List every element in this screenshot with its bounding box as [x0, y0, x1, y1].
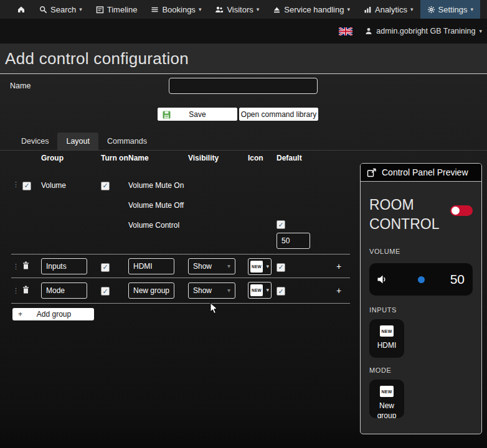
volume-group-checkbox[interactable]: ✓	[22, 182, 31, 190]
check-icon: ✓	[278, 264, 283, 271]
tab-bar: Devices Layout Commands	[0, 133, 487, 151]
preview-mode-button[interactable]: NEW New group	[369, 380, 404, 418]
uk-flag-icon[interactable]	[339, 27, 352, 35]
chevron-down-icon: ▾	[199, 7, 202, 12]
delete-row-button[interactable]	[22, 285, 29, 296]
save-button-label: Save	[189, 110, 206, 119]
chevron-down-icon: ▾	[479, 29, 482, 34]
new-badge-icon: NEW	[380, 386, 394, 397]
nav-visitors-label: Visitors	[227, 5, 253, 14]
drag-handle-icon[interactable]: ⋮	[12, 263, 22, 270]
eject-icon	[273, 6, 281, 14]
nav-settings[interactable]: Settings ▾	[420, 0, 481, 19]
nav-service-handling-label: Service handling	[284, 5, 344, 14]
nav-timeline[interactable]: Timeline	[89, 0, 144, 19]
default-checkbox[interactable]: ✓	[277, 263, 285, 272]
chevron-down-icon: ▾	[227, 287, 230, 294]
item-name-input[interactable]	[128, 258, 174, 274]
nav-visitors[interactable]: Visitors ▾	[208, 0, 266, 19]
check-icon: ✓	[278, 288, 283, 295]
visibility-value: Show	[193, 286, 212, 295]
save-icon	[163, 111, 171, 119]
check-icon: ✓	[278, 222, 283, 228]
tab-devices[interactable]: Devices	[12, 133, 57, 150]
chevron-down-icon: ▾	[471, 7, 474, 12]
room-power-toggle[interactable]	[450, 205, 473, 216]
icon-select[interactable]: NEW▾	[248, 282, 272, 299]
delete-row-button[interactable]	[22, 261, 29, 272]
mouse-cursor	[210, 302, 219, 314]
nav-bookings-label: Bookings	[162, 5, 195, 14]
preview-hdmi-button[interactable]: NEW HDMI	[369, 319, 404, 358]
table-row-inputs: ⋮ ✓ Show▾ NEW▾ ✓ +	[12, 255, 350, 278]
group-name-input[interactable]	[41, 282, 87, 299]
mode-button-label: New group	[369, 401, 404, 418]
add-group-label: Add group	[22, 310, 85, 319]
nav-search[interactable]: Search ▾	[32, 0, 89, 19]
turn-on-checkbox[interactable]: ✓	[101, 287, 110, 296]
app-window: Search ▾ Timeline Bookings ▾ Visitors ▾ …	[0, 0, 487, 448]
visibility-select[interactable]: Show▾	[188, 258, 235, 274]
volume-turn-on-checkbox[interactable]: ✓	[101, 182, 110, 190]
open-command-library-button[interactable]: Open command library	[239, 108, 318, 121]
check-icon: ✓	[102, 288, 108, 295]
col-header-name: Name	[128, 154, 188, 162]
nav-service-handling[interactable]: Service handling ▾	[266, 0, 357, 19]
nav-analytics[interactable]: Analytics ▾	[357, 0, 420, 19]
nav-home[interactable]	[10, 0, 32, 19]
table-header-row: Group Turn on Name Visibility Icon Defau…	[12, 154, 350, 162]
gear-icon	[427, 6, 435, 14]
default-checkbox[interactable]: ✓	[277, 287, 285, 296]
volume-item-mute-off: Volume Mute Off	[128, 197, 188, 217]
speaker-icon	[377, 274, 387, 285]
control-panel-preview: Control Panel Preview ROOM CONTROL VOLUM…	[360, 163, 482, 434]
group-name-input[interactable]	[41, 258, 87, 274]
panel-preview-icon	[367, 168, 377, 177]
item-name-input[interactable]	[128, 282, 174, 299]
chevron-down-icon: ▾	[266, 264, 269, 269]
volume-slider-card[interactable]: 50	[369, 263, 473, 296]
check-icon: ✓	[102, 264, 108, 271]
table-row-mode: ⋮ ✓ Show▾ NEW▾ ✓ +	[12, 278, 350, 302]
open-command-library-label: Open command library	[241, 110, 316, 119]
toggle-knob	[452, 207, 460, 215]
visibility-select[interactable]: Show▾	[188, 282, 235, 299]
visibility-value: Show	[193, 262, 212, 271]
volume-default-value-input[interactable]	[277, 233, 310, 249]
col-header-group: Group	[41, 154, 101, 162]
chevron-down-icon: ▾	[79, 7, 82, 12]
tab-commands[interactable]: Commands	[98, 133, 156, 150]
add-item-button[interactable]: +	[321, 261, 349, 271]
volume-default-checkbox[interactable]: ✓	[277, 220, 285, 229]
tab-layout[interactable]: Layout	[57, 133, 98, 150]
name-label: Name	[10, 82, 31, 90]
add-item-button[interactable]: +	[321, 286, 349, 296]
turn-on-checkbox[interactable]: ✓	[101, 263, 110, 272]
add-group-button[interactable]: + Add group	[12, 308, 94, 320]
tab-layout-label: Layout	[66, 137, 90, 146]
icon-select[interactable]: NEW▾	[248, 258, 272, 275]
volume-group-label: Volume	[41, 181, 101, 190]
row-divider	[11, 303, 350, 304]
volume-slider-handle[interactable]	[418, 276, 425, 283]
chevron-down-icon: ▾	[347, 7, 350, 12]
bar-chart-icon	[364, 6, 372, 14]
user-menu[interactable]: admin.gobright GB Tranining ▾	[365, 27, 482, 35]
col-header-visibility: Visibility	[188, 154, 248, 162]
new-badge-icon: NEW	[250, 261, 263, 273]
drag-handle-icon[interactable]: ⋮	[12, 180, 22, 188]
nav-bookings[interactable]: Bookings ▾	[144, 0, 208, 19]
nav-analytics-label: Analytics	[375, 5, 407, 14]
save-button[interactable]: Save	[158, 108, 237, 121]
drag-handle-icon[interactable]: ⋮	[12, 287, 22, 294]
table-row-volume: ⋮ ✓ Volume ✓ Volume Mute On Volume Mute …	[12, 177, 350, 249]
people-icon	[215, 6, 224, 14]
volume-item-mute-on: Volume Mute On	[128, 177, 188, 197]
top-nav: Search ▾ Timeline Bookings ▾ Visitors ▾ …	[0, 0, 487, 19]
chevron-down-icon: ▾	[266, 287, 269, 293]
plus-icon: +	[18, 310, 22, 319]
chevron-down-icon: ▾	[257, 7, 260, 12]
nav-search-label: Search	[50, 5, 76, 14]
name-input[interactable]	[169, 78, 318, 94]
nav-timeline-label: Timeline	[107, 5, 138, 14]
